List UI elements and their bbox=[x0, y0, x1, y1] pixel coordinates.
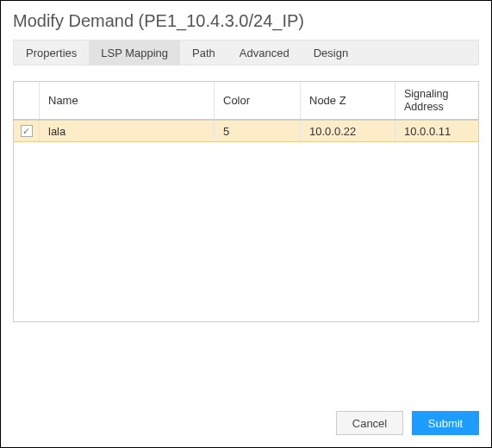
tab-design[interactable]: Design bbox=[302, 40, 360, 65]
column-header-color[interactable]: Color bbox=[215, 82, 301, 119]
column-header-name[interactable]: Name bbox=[40, 82, 215, 119]
table-row[interactable]: ✓ lala 5 10.0.0.22 10.0.0.11 bbox=[14, 120, 478, 142]
table-body: ✓ lala 5 10.0.0.22 10.0.0.11 bbox=[14, 120, 478, 321]
table-header-row: Name Color Node Z Signaling Address bbox=[14, 82, 478, 120]
column-header-signaling-address[interactable]: Signaling Address bbox=[395, 82, 478, 119]
row-checkbox-cell[interactable]: ✓ bbox=[14, 121, 40, 141]
tab-path[interactable]: Path bbox=[180, 40, 227, 65]
modify-demand-dialog: Modify Demand (PE1_10.4.3.0/24_IP) Prope… bbox=[0, 0, 492, 448]
dialog-footer: Cancel Submit bbox=[13, 411, 479, 435]
row-signaling-cell: 10.0.0.11 bbox=[395, 121, 478, 141]
column-header-nodez[interactable]: Node Z bbox=[301, 82, 395, 119]
tab-bar: Properties LSP Mapping Path Advanced Des… bbox=[13, 40, 479, 65]
submit-button[interactable]: Submit bbox=[412, 411, 479, 435]
row-nodez-cell: 10.0.0.22 bbox=[301, 121, 395, 141]
checkbox-icon[interactable]: ✓ bbox=[21, 125, 33, 137]
tab-lsp-mapping[interactable]: LSP Mapping bbox=[89, 40, 180, 65]
column-header-checkbox[interactable] bbox=[14, 82, 40, 119]
dialog-title: Modify Demand (PE1_10.4.3.0/24_IP) bbox=[13, 11, 479, 31]
lsp-mapping-table: Name Color Node Z Signaling Address ✓ la… bbox=[13, 81, 479, 322]
tab-advanced[interactable]: Advanced bbox=[227, 40, 302, 65]
tab-properties[interactable]: Properties bbox=[14, 40, 89, 65]
row-name-cell: lala bbox=[40, 121, 215, 141]
row-color-cell: 5 bbox=[215, 121, 301, 141]
cancel-button[interactable]: Cancel bbox=[336, 411, 403, 435]
